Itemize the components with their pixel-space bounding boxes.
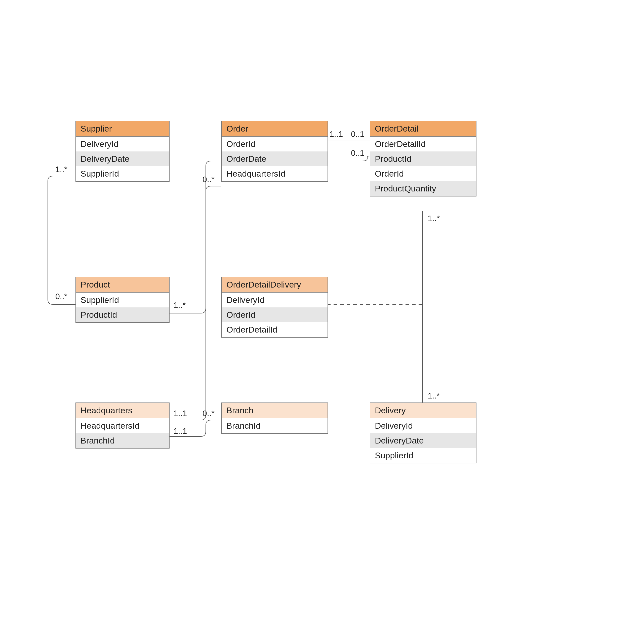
mult-label: 0..1 (351, 148, 364, 158)
entity-product-title: Product (76, 277, 169, 293)
entity-order-title: Order (222, 121, 328, 137)
attr: BranchId (222, 418, 328, 433)
mult-label: 0..* (203, 409, 215, 418)
entity-orderdetail-title: OrderDetail (370, 121, 476, 137)
mult-label: 0..* (55, 292, 67, 301)
attr: ProductQuantity (370, 181, 476, 196)
entity-delivery-title: Delivery (370, 403, 476, 418)
attr: ProductId (370, 151, 476, 166)
entity-order: Order OrderId OrderDate HeadquartersId (221, 121, 328, 182)
entity-branch-title: Branch (222, 403, 328, 418)
mult-label: 1..1 (174, 409, 187, 418)
entity-supplier-title: Supplier (76, 121, 169, 137)
entity-supplier: Supplier DeliveryId DeliveryDate Supplie… (75, 121, 170, 182)
mult-label: 1..1 (330, 130, 343, 139)
attr: DeliveryId (370, 418, 476, 433)
mult-label: 1..* (428, 391, 440, 400)
attr: HeadquartersId (76, 418, 169, 433)
attr: SupplierId (76, 166, 169, 181)
entity-product: Product SupplierId ProductId (75, 277, 170, 323)
attr: DeliveryId (76, 137, 169, 151)
attr: HeadquartersId (222, 166, 328, 181)
mult-label: 1..* (174, 301, 186, 310)
entity-headquarters-title: Headquarters (76, 403, 169, 418)
attr: DeliveryDate (370, 433, 476, 448)
mult-label: 1..* (55, 165, 67, 174)
attr: SupplierId (370, 448, 476, 463)
attr: OrderId (370, 166, 476, 181)
attr: ProductId (76, 307, 169, 322)
attr: OrderDetailId (222, 322, 328, 337)
entity-orderdetail: OrderDetail OrderDetailId ProductId Orde… (370, 121, 476, 196)
mult-label: 1..1 (174, 426, 187, 436)
attr: OrderDate (222, 151, 328, 166)
entity-branch: Branch BranchId (221, 403, 328, 434)
attr: SupplierId (76, 293, 169, 307)
mult-label: 1..* (428, 214, 440, 223)
er-diagram: Supplier DeliveryId DeliveryDate Supplie… (0, 0, 644, 644)
entity-delivery: Delivery DeliveryId DeliveryDate Supplie… (370, 403, 476, 463)
entity-headquarters: Headquarters HeadquartersId BranchId (75, 403, 170, 449)
entity-orderdetaildelivery-title: OrderDetailDelivery (222, 277, 328, 293)
attr: DeliveryId (222, 293, 328, 307)
attr: OrderId (222, 137, 328, 151)
attr: OrderDetailId (370, 137, 476, 151)
entity-orderdetaildelivery: OrderDetailDelivery DeliveryId OrderId O… (221, 277, 328, 338)
attr: DeliveryDate (76, 151, 169, 166)
mult-label: 0..1 (351, 130, 364, 139)
attr: BranchId (76, 433, 169, 448)
mult-label: 0..* (203, 175, 215, 184)
attr: OrderId (222, 307, 328, 322)
